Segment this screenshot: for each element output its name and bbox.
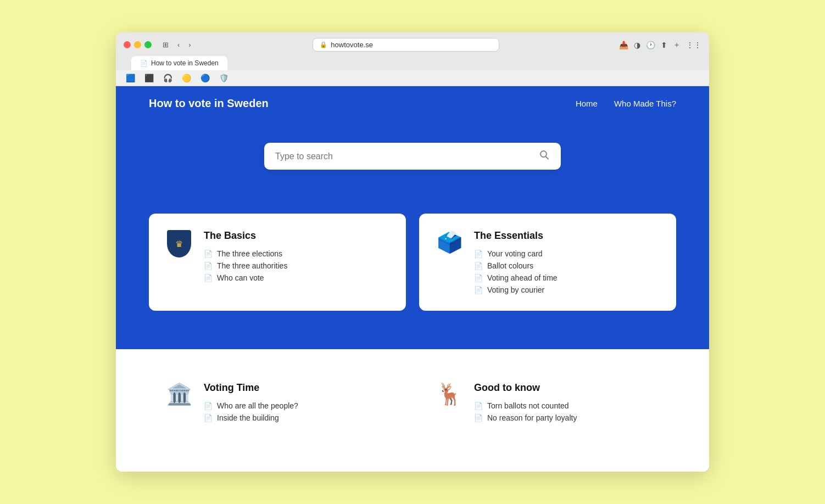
cards-grid-bottom: 🏛️ Voting Time 📄 Who are all the people?… <box>116 366 709 461</box>
list-item[interactable]: 📄 No reason for party loyalty <box>474 413 660 422</box>
list-item-text: Torn ballots not counted <box>487 401 569 410</box>
list-item-text: Inside the building <box>217 413 279 422</box>
bookmark-1[interactable]: 🟦 <box>124 72 137 83</box>
list-item[interactable]: 📄 The three elections <box>204 249 389 258</box>
browser-chrome: ⊞ ‹ › 🔒 howtovote.se 📥 ◑ 🕐 ⬆ ＋ ⋮⋮ � <box>116 32 709 70</box>
list-item[interactable]: 📄 Who are all the people? <box>204 401 389 410</box>
good-to-know-list: 📄 Torn ballots not counted 📄 No reason f… <box>474 401 660 422</box>
browser-controls: ⊞ ‹ › <box>160 40 193 50</box>
list-item[interactable]: 📄 Torn ballots not counted <box>474 401 660 410</box>
good-to-know-icon: 🦌 <box>436 382 463 422</box>
list-item[interactable]: 📄 Who can vote <box>204 273 389 282</box>
doc-icon: 📄 <box>474 274 483 282</box>
lock-icon: 🔒 <box>320 41 327 48</box>
back-button[interactable]: ‹ <box>175 40 182 50</box>
good-to-know-content: Good to know 📄 Torn ballots not counted … <box>474 382 660 422</box>
theme-icon[interactable]: ◑ <box>634 41 640 49</box>
list-item[interactable]: 📄 Ballot colours <box>474 261 660 270</box>
active-tab[interactable]: 📄 How to vote in Sweden <box>131 56 227 70</box>
voting-time-content: Voting Time 📄 Who are all the people? 📄 … <box>204 382 389 422</box>
cards-wrapper-white: 🏛️ Voting Time 📄 Who are all the people?… <box>116 333 709 472</box>
list-item-text: Your voting card <box>487 249 543 258</box>
list-item-text: Who can vote <box>217 273 264 282</box>
url-text: howtovote.se <box>331 41 373 49</box>
search-input[interactable] <box>275 152 532 161</box>
website-content: How to vote in Sweden Home Who Made This… <box>116 86 709 472</box>
list-item-text: No reason for party loyalty <box>487 413 577 422</box>
forward-button[interactable]: › <box>186 40 193 50</box>
basics-content: The Basics 📄 The three elections 📄 The t… <box>204 230 389 294</box>
nav-who-made-this[interactable]: Who Made This? <box>614 99 676 108</box>
traffic-lights <box>124 41 152 48</box>
doc-icon: 📄 <box>204 262 213 270</box>
doc-icon: 📄 <box>474 414 483 422</box>
sweden-shield-icon: ♛ <box>167 230 191 257</box>
basics-title: The Basics <box>204 230 389 242</box>
doc-icon: 📄 <box>204 274 213 282</box>
list-item[interactable]: 📄 Your voting card <box>474 249 660 258</box>
browser-window: ⊞ ‹ › 🔒 howtovote.se 📥 ◑ 🕐 ⬆ ＋ ⋮⋮ � <box>116 32 709 472</box>
list-item-text: Voting ahead of time <box>487 273 558 282</box>
card-good-to-know: 🦌 Good to know 📄 Torn ballots not counte… <box>419 366 676 439</box>
address-bar-container: 🔒 howtovote.se <box>199 38 614 52</box>
card-basics: ♛ The Basics 📄 The three elections 📄 <box>149 214 406 311</box>
list-item[interactable]: 📄 Voting ahead of time <box>474 273 660 282</box>
site-logo: How to vote in Sweden <box>149 97 269 110</box>
good-to-know-title: Good to know <box>474 382 660 394</box>
search-button[interactable] <box>539 149 550 163</box>
browser-titlebar: ⊞ ‹ › 🔒 howtovote.se 📥 ◑ 🕐 ⬆ ＋ ⋮⋮ <box>124 38 701 52</box>
card-essentials: 🗳️ The Essentials 📄 Your voting card 📄 B… <box>419 214 676 311</box>
list-item-text: Ballot colours <box>487 261 533 270</box>
browser-toolbar-right: 📥 ◑ 🕐 ⬆ ＋ ⋮⋮ <box>619 40 701 50</box>
doc-icon: 📄 <box>204 250 213 258</box>
bookmark-3[interactable]: 🎧 <box>161 72 174 83</box>
list-item[interactable]: 📄 The three authorities <box>204 261 389 270</box>
essentials-content: The Essentials 📄 Your voting card 📄 Ball… <box>474 230 660 294</box>
basics-list: 📄 The three elections 📄 The three author… <box>204 249 389 282</box>
cards-grid-top: ♛ The Basics 📄 The three elections 📄 <box>116 214 709 333</box>
sidebar-toggle-button[interactable]: ⊞ <box>160 40 171 50</box>
voting-time-icon: 🏛️ <box>165 382 193 422</box>
minimize-button[interactable] <box>134 41 141 48</box>
new-tab-icon[interactable]: ＋ <box>673 40 681 50</box>
bookmark-4[interactable]: 🟡 <box>180 72 193 83</box>
list-item-text: Who are all the people? <box>217 401 298 410</box>
cast-icon[interactable]: 📥 <box>619 41 628 49</box>
share-icon[interactable]: ⬆ <box>661 41 667 49</box>
tab-title: How to vote in Sweden <box>151 59 219 67</box>
nav-home[interactable]: Home <box>576 99 598 108</box>
doc-icon: 📄 <box>474 250 483 258</box>
cards-wrapper-blue: ♛ The Basics 📄 The three elections 📄 <box>116 214 709 333</box>
list-item[interactable]: 📄 Inside the building <box>204 413 389 422</box>
svg-line-1 <box>546 156 549 159</box>
doc-icon: 📄 <box>474 286 483 294</box>
browser-tabs: 📄 How to vote in Sweden <box>124 56 701 70</box>
search-bar <box>264 143 561 170</box>
list-item-text: The three elections <box>217 249 282 258</box>
bookmark-6[interactable]: 🛡️ <box>217 72 230 83</box>
list-item-text: Voting by courier <box>487 285 544 294</box>
voting-time-list: 📄 Who are all the people? 📄 Inside the b… <box>204 401 389 422</box>
card-voting-time: 🏛️ Voting Time 📄 Who are all the people?… <box>149 366 406 439</box>
bookmark-2[interactable]: ⬛ <box>142 72 155 83</box>
bookmark-5[interactable]: 🔵 <box>198 72 211 83</box>
voting-time-title: Voting Time <box>204 382 389 394</box>
doc-icon: 📄 <box>204 414 213 422</box>
close-button[interactable] <box>124 41 131 48</box>
tab-favicon: 📄 <box>140 60 148 67</box>
site-nav: Home Who Made This? <box>576 99 676 108</box>
address-bar[interactable]: 🔒 howtovote.se <box>313 38 499 52</box>
essentials-title: The Essentials <box>474 230 660 242</box>
bookmarks-bar: 🟦 ⬛ 🎧 🟡 🔵 🛡️ <box>116 70 709 86</box>
list-item[interactable]: 📄 Voting by courier <box>474 285 660 294</box>
doc-icon: 📄 <box>474 262 483 270</box>
maximize-button[interactable] <box>144 41 152 48</box>
hero-section <box>116 121 709 214</box>
basics-icon: ♛ <box>165 230 193 294</box>
extensions-icon[interactable]: ⋮⋮ <box>686 41 701 49</box>
essentials-list: 📄 Your voting card 📄 Ballot colours 📄 Vo… <box>474 249 660 294</box>
site-header: How to vote in Sweden Home Who Made This… <box>116 86 709 121</box>
history-icon[interactable]: 🕐 <box>646 41 655 49</box>
essentials-icon: 🗳️ <box>436 230 463 294</box>
list-item-text: The three authorities <box>217 261 287 270</box>
